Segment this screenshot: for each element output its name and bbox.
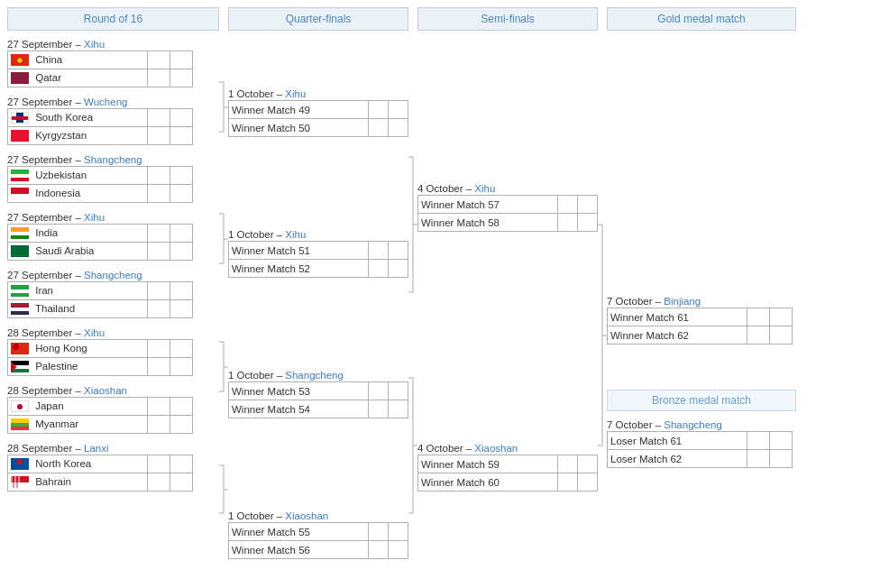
match1-team2-score2 <box>170 69 193 87</box>
bronze-medal-header: Bronze medal match <box>607 390 796 411</box>
winner-row: Winner Match 51 <box>229 242 408 260</box>
gold-venue[interactable]: Binjiang <box>664 296 701 307</box>
r16-match-2: 27 September – Wucheng South Korea <box>7 93 219 145</box>
round-of-16-header: Round of 16 <box>7 7 219 31</box>
gold-team2-score2 <box>770 326 793 345</box>
semi-finals-header: Semi-finals <box>417 7 598 31</box>
sf59-team1-score <box>558 455 578 473</box>
gold-team2-score <box>747 326 770 345</box>
match6-team1: Hong Kong <box>8 340 148 358</box>
qf53-team1-score <box>369 382 389 400</box>
match2-date: 27 September – Wucheng <box>7 93 219 108</box>
team-row: Japan <box>8 398 193 416</box>
team-row: Iran <box>8 282 193 300</box>
sf57-date: 4 October – Xihu <box>417 179 598 195</box>
qf49-team2-score <box>369 119 389 137</box>
winner-row: Winner Match 61 <box>608 308 793 326</box>
match3-team2-score <box>148 185 170 203</box>
winner-row: Winner Match 58 <box>418 214 598 232</box>
r16-match-7: 28 September – Xiaoshan Japan <box>7 381 219 434</box>
match4-team2: Saudi Arabia <box>8 243 148 261</box>
match5-venue[interactable]: Shangcheng <box>84 270 142 280</box>
team-row: Indonesia <box>8 185 193 203</box>
match3-team1: Uzbekistan <box>8 167 148 185</box>
gold-medal-header: Gold medal match <box>607 7 796 31</box>
match7-team1-score2 <box>170 398 193 416</box>
match8-team1: North Korea <box>8 455 148 473</box>
team-row: Hong Kong <box>8 340 193 358</box>
gold-match: 7 October – Binjiang Winner Match 61 Win… <box>607 292 796 345</box>
qf53-team1: Winner Match 53 <box>229 382 369 400</box>
qf-match-51: 1 October – Xihu Winner Match 51 Winner … <box>228 225 408 278</box>
qf51-venue[interactable]: Xihu <box>285 229 306 240</box>
qf55-team1: Winner Match 55 <box>229 523 369 541</box>
match7-venue[interactable]: Xiaoshan <box>84 385 127 396</box>
r16-match-6: 28 September – Xihu Hong Kong <box>7 324 219 376</box>
winner-row: Winner Match 60 <box>418 473 598 492</box>
qf53-venue[interactable]: Shangcheng <box>285 370 344 381</box>
qf49-team1-score <box>369 101 389 119</box>
match4-team2-score2 <box>170 243 193 261</box>
team-row: Uzbekistan <box>8 167 193 185</box>
sf57-venue[interactable]: Xihu <box>474 183 495 194</box>
match3-venue[interactable]: Shangcheng <box>84 154 142 165</box>
match8-team1-score <box>148 455 170 473</box>
qf55-team1-score2 <box>389 523 408 541</box>
r16-match-8: 28 September – Lanxi North Korea <box>7 439 219 492</box>
winner-row: Winner Match 56 <box>229 541 408 559</box>
match2-team1-score <box>148 109 170 127</box>
match4-venue[interactable]: Xihu <box>84 212 105 223</box>
match2-team2: Kyrgyzstan <box>8 127 148 145</box>
semi-finals-column: 4 October – Xihu Winner Match 57 Winner … <box>417 179 598 492</box>
match7-team2-score <box>148 416 170 434</box>
team-row: Myanmar <box>8 416 193 434</box>
qf51-team2: Winner Match 52 <box>229 260 369 278</box>
qf53-team2-score <box>369 400 389 418</box>
match8-team2: Bahrain <box>8 473 148 492</box>
match1-team2: Qatar <box>8 69 148 87</box>
r16-match-1: 27 September – Xihu China <box>7 35 219 87</box>
match6-venue[interactable]: Xihu <box>84 327 105 338</box>
loser-row: Loser Match 61 <box>608 432 793 450</box>
match1-team2-score <box>148 69 170 87</box>
team-row: Thailand <box>8 300 193 318</box>
match4-team1: India <box>8 225 148 243</box>
match8-venue[interactable]: Lanxi <box>84 443 109 454</box>
match5-team1: Iran <box>8 282 148 300</box>
qf55-venue[interactable]: Xiaoshan <box>285 510 328 521</box>
match5-team2: Thailand <box>8 300 148 318</box>
match6-date: 28 September – Xihu <box>7 324 219 339</box>
match1-team1-score2 <box>170 51 193 69</box>
match5-team2-score2 <box>170 300 193 318</box>
bronze-venue[interactable]: Shangcheng <box>664 419 722 430</box>
qf49-team2-score2 <box>389 119 408 137</box>
winner-row: Winner Match 54 <box>229 400 408 418</box>
match6-team2-score2 <box>170 358 193 376</box>
match4-team2-score <box>148 243 170 261</box>
team-row: Saudi Arabia <box>8 243 193 261</box>
qf53-date: 1 October – Shangcheng <box>228 366 408 381</box>
match2-venue[interactable]: Wucheng <box>84 96 127 107</box>
match7-team2-score2 <box>170 416 193 434</box>
match7-team2: Myanmar <box>8 416 148 434</box>
match1-venue[interactable]: Xihu <box>84 39 105 50</box>
sf59-venue[interactable]: Xiaoshan <box>474 443 518 454</box>
winner-row: Winner Match 50 <box>229 119 408 137</box>
match3-team2-score2 <box>170 185 193 203</box>
qf-sf-connectors <box>408 35 417 566</box>
loser-row: Loser Match 62 <box>608 450 793 468</box>
match8-date: 28 September – Lanxi <box>7 439 219 455</box>
gold-date: 7 October – Binjiang <box>607 292 796 308</box>
match5-team1-score <box>148 282 170 300</box>
qf-match-55: 1 October – Xiaoshan Winner Match 55 Win… <box>228 507 408 559</box>
qf55-date: 1 October – Xiaoshan <box>228 507 408 522</box>
sf59-team1-score2 <box>578 455 598 473</box>
match8-team1-score2 <box>170 455 193 473</box>
winner-row: Winner Match 62 <box>608 326 793 345</box>
qf-match-49: 1 October – Xihu Winner Match 49 Winner … <box>228 85 408 137</box>
qf49-venue[interactable]: Xihu <box>285 88 306 99</box>
r16-match-3: 27 September – Shangcheng Uzbekistan <box>7 151 219 203</box>
match2-team2-score <box>148 127 170 145</box>
r16-match-4: 27 September – Xihu India <box>7 208 219 261</box>
qf49-date: 1 October – Xihu <box>228 85 408 100</box>
